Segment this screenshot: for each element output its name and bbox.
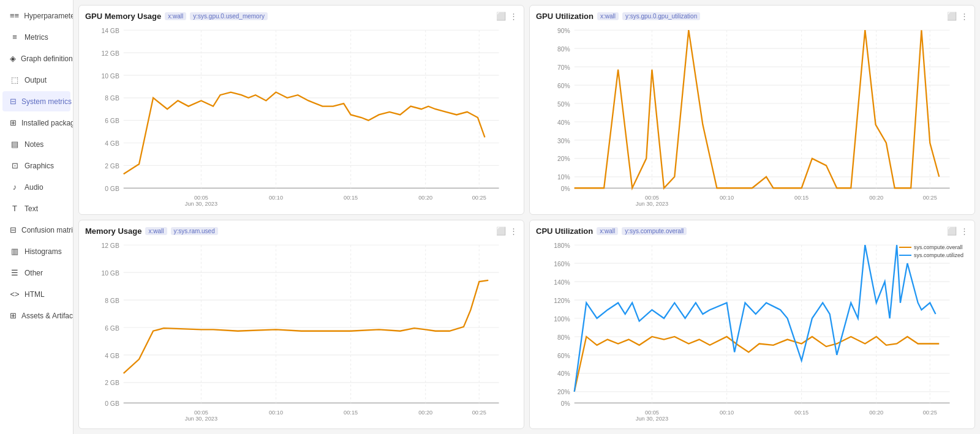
cpu-utilization-chart-header: CPU Utilization x:wall y:sys.compute.ove… — [536, 226, 968, 236]
sidebar-item-histograms[interactable]: ▥ Histograms — [2, 241, 70, 261]
sidebar-item-confusion-matrix[interactable]: ⊟ Confusion matrix — [2, 220, 70, 240]
sidebar-item-audio[interactable]: ♪ Audio — [2, 177, 70, 197]
sidebar-item-installed-packages[interactable]: ⊞ Installed packages — [2, 113, 70, 133]
gpu-utilization-actions: ⬜ ⋮ — [947, 12, 968, 21]
sidebar-item-graphics[interactable]: ⊡ Graphics — [2, 155, 70, 176]
sidebar-item-text[interactable]: T Text — [2, 198, 70, 219]
text-icon: T — [10, 204, 20, 213]
expand-icon[interactable]: ⬜ — [947, 226, 957, 236]
sidebar-item-metrics[interactable]: ≡ Metrics — [2, 27, 70, 47]
svg-text:140%: 140% — [554, 279, 570, 285]
sidebar-item-hyperparameters[interactable]: ≡≡ Hyperparameters — [2, 6, 70, 26]
gpu-memory-tag-x: x:wall — [165, 12, 186, 20]
svg-text:00:10: 00:10 — [720, 195, 734, 201]
legend-label-overall: sys.compute.overall — [914, 244, 963, 250]
svg-text:40%: 40% — [557, 119, 570, 126]
sidebar-item-system-metrics[interactable]: ⊟ System metrics — [2, 91, 70, 111]
svg-text:4 GB: 4 GB — [105, 352, 119, 359]
memory-usage-actions: ⬜ ⋮ — [496, 226, 518, 236]
legend-item-utilized: sys.compute.utilized — [899, 252, 963, 258]
sidebar-item-assets-artifacts[interactable]: ⊞ Assets & Artifacts — [2, 305, 70, 326]
svg-text:80%: 80% — [557, 46, 570, 53]
svg-text:120%: 120% — [554, 297, 570, 304]
svg-text:60%: 60% — [557, 83, 570, 89]
svg-text:00:15: 00:15 — [344, 409, 358, 415]
svg-text:00:05: 00:05 — [645, 195, 659, 201]
svg-text:70%: 70% — [557, 64, 570, 71]
memory-usage-title: Memory Usage — [85, 226, 141, 236]
svg-text:00:25: 00:25 — [923, 195, 937, 201]
cpu-utilization-tag-x: x:wall — [597, 227, 618, 235]
svg-text:12 GB: 12 GB — [101, 242, 119, 249]
svg-text:180%: 180% — [554, 242, 570, 249]
memory-usage-tag-x: x:wall — [145, 227, 167, 235]
svg-text:00:15: 00:15 — [344, 195, 358, 201]
svg-text:40%: 40% — [557, 370, 570, 377]
sidebar-item-graph-definition[interactable]: ◈ Graph definition — [2, 48, 70, 69]
memory-usage-chart-header: Memory Usage x:wall y:sys.ram.used ⬜ ⋮ — [85, 226, 518, 236]
cpu-utilization-actions: ⬜ ⋮ — [947, 226, 968, 236]
svg-text:160%: 160% — [554, 260, 570, 267]
cpu-utilization-chart-body: sys.compute.overall sys.compute.utilized… — [536, 239, 968, 423]
svg-text:6 GB: 6 GB — [105, 324, 119, 331]
notes-icon: ▤ — [10, 140, 20, 149]
memory-usage-svg: 12 GB 10 GB 8 GB 6 GB 4 GB 2 GB 0 GB 00:… — [85, 239, 518, 423]
gpu-utilization-chart-card: GPU Utilization x:wall y:sys.gpu.0.gpu_u… — [529, 5, 975, 215]
expand-icon[interactable]: ⬜ — [947, 12, 957, 21]
expand-icon[interactable]: ⬜ — [496, 226, 506, 236]
other-icon: ☰ — [10, 268, 20, 277]
svg-text:0%: 0% — [561, 400, 570, 406]
gpu-utilization-tag-y: y:sys.gpu.0.gpu_utilization — [622, 12, 700, 20]
legend-label-utilized: sys.compute.utilized — [914, 252, 963, 258]
gpu-utilization-title: GPU Utilization — [536, 12, 594, 21]
svg-text:00:25: 00:25 — [923, 409, 937, 415]
main-content: GPU Memory Usage x:wall y:sys.gpu.0.used… — [74, 0, 980, 434]
audio-icon: ♪ — [10, 182, 20, 192]
gpu-utilization-tag-x: x:wall — [597, 12, 619, 20]
cpu-utilization-tag-y: y:sys.compute.overall — [622, 227, 687, 235]
svg-text:20%: 20% — [557, 389, 570, 395]
sidebar: ≡≡ Hyperparameters ≡ Metrics ◈ Graph def… — [0, 0, 74, 434]
svg-text:00:05: 00:05 — [194, 409, 208, 415]
more-icon[interactable]: ⋮ — [960, 12, 968, 21]
more-icon[interactable]: ⋮ — [510, 12, 518, 21]
gpu-utilization-svg: 90% 80% 70% 60% 50% 40% 30% 20% 10% 0% — [536, 24, 968, 208]
gpu-memory-actions: ⬜ ⋮ — [496, 12, 518, 21]
sidebar-item-other[interactable]: ☰ Other — [2, 263, 70, 283]
more-icon[interactable]: ⋮ — [510, 226, 518, 236]
sidebar-item-output[interactable]: ⬚ Output — [2, 70, 70, 90]
hyperparameters-icon: ≡≡ — [10, 11, 19, 20]
svg-text:10%: 10% — [557, 174, 570, 181]
html-icon: <> — [10, 290, 20, 299]
svg-text:8 GB: 8 GB — [105, 95, 119, 102]
memory-usage-tag-y: y:sys.ram.used — [171, 227, 218, 235]
gpu-memory-chart-card: GPU Memory Usage x:wall y:sys.gpu.0.used… — [78, 5, 524, 215]
cpu-utilization-chart-card: CPU Utilization x:wall y:sys.compute.ove… — [529, 220, 975, 430]
svg-text:2 GB: 2 GB — [105, 163, 119, 170]
svg-text:0 GB: 0 GB — [105, 400, 119, 406]
svg-text:00:15: 00:15 — [794, 195, 809, 201]
sidebar-item-html[interactable]: <> HTML — [2, 284, 70, 304]
svg-text:00:20: 00:20 — [869, 409, 883, 415]
confusion-matrix-icon: ⊟ — [10, 225, 17, 234]
svg-text:20%: 20% — [557, 155, 570, 162]
more-icon[interactable]: ⋮ — [960, 226, 968, 236]
legend-dot-utilized — [899, 255, 911, 256]
cpu-utilization-svg: 180% 160% 140% 120% 100% 80% 60% 40% 20%… — [536, 239, 968, 423]
svg-text:100%: 100% — [554, 315, 570, 322]
memory-usage-chart-card: Memory Usage x:wall y:sys.ram.used ⬜ ⋮ 1… — [78, 220, 524, 430]
assets-artifacts-icon: ⊞ — [10, 311, 17, 320]
expand-icon[interactable]: ⬜ — [496, 12, 506, 21]
cpu-legend: sys.compute.overall sys.compute.utilized — [899, 244, 963, 258]
system-metrics-icon: ⊟ — [10, 97, 17, 106]
cpu-utilization-title: CPU Utilization — [536, 226, 593, 236]
svg-text:00:20: 00:20 — [418, 195, 432, 201]
svg-text:0 GB: 0 GB — [105, 185, 119, 192]
sidebar-item-notes[interactable]: ▤ Notes — [2, 134, 70, 154]
gpu-memory-title: GPU Memory Usage — [85, 12, 161, 21]
svg-text:10 GB: 10 GB — [101, 269, 119, 276]
gpu-memory-chart-header: GPU Memory Usage x:wall y:sys.gpu.0.used… — [85, 12, 518, 21]
graphics-icon: ⊡ — [10, 161, 20, 170]
svg-text:12 GB: 12 GB — [101, 50, 119, 57]
histograms-icon: ▥ — [10, 247, 20, 256]
